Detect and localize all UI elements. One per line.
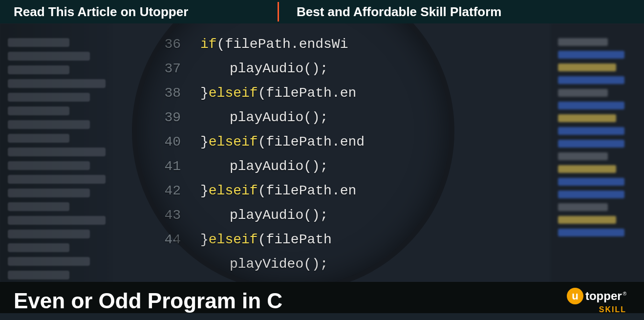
code-token: .: [332, 81, 340, 106]
code-token: (: [258, 130, 266, 154]
code-line: 38} else if(filePath.en: [147, 81, 365, 106]
code-token: playAudio: [230, 57, 303, 81]
line-number: 38: [147, 81, 181, 106]
code-token: fileP: [266, 277, 307, 282]
code-token: .: [291, 32, 299, 57]
code-token: filePath: [225, 32, 290, 57]
code-token: filePath: [266, 81, 331, 106]
code-token: }: [200, 277, 209, 282]
code-line: playVideo ();: [147, 252, 365, 277]
code-line: 41playAudio ();: [147, 154, 365, 179]
code-background: 36if(filePath.endsWi37playAudio ();38} e…: [0, 23, 644, 282]
code-token: end: [340, 130, 365, 154]
logo-r-mark: ®: [623, 291, 626, 297]
code-token: ();: [303, 57, 328, 81]
line-number: 42: [147, 179, 181, 203]
magnified-code: 36if(filePath.endsWi37playAudio ();38} e…: [147, 32, 365, 282]
code-token: }: [200, 228, 209, 252]
code-token: filePath: [266, 228, 331, 252]
line-number: 36: [147, 32, 181, 57]
code-token: ();: [303, 203, 328, 228]
code-token: else: [209, 277, 241, 282]
code-token: else: [209, 130, 241, 154]
code-token: }: [200, 179, 209, 203]
line-number: 44: [147, 228, 181, 252]
utopper-logo: u topper ® SKILL: [567, 288, 626, 314]
line-number: 41: [147, 154, 181, 179]
blurred-file-list: [0, 23, 112, 282]
code-token: .: [332, 179, 340, 203]
code-token: en: [340, 179, 357, 203]
main-title: Even or Odd Program in C: [14, 289, 567, 313]
code-token: (: [258, 81, 266, 106]
code-token: (: [258, 277, 266, 282]
code-token: (: [258, 179, 266, 203]
blurred-minimap: [551, 23, 644, 282]
code-token: playAudio: [230, 203, 303, 228]
code-token: playAudio: [230, 154, 303, 179]
line-number: 39: [147, 106, 181, 130]
top-right-text: Best and Affordable Skill Platform: [283, 4, 644, 20]
code-token: en: [340, 81, 357, 106]
line-number: [147, 252, 181, 277]
code-token: filePath: [266, 130, 331, 154]
code-token: ();: [303, 106, 328, 130]
logo-text: topper: [585, 289, 622, 303]
code-line: 40} else if(filePath.end: [147, 130, 365, 154]
code-line: 42} else if(filePath.en: [147, 179, 365, 203]
code-token: if: [241, 228, 258, 252]
code-line: 43playAudio ();: [147, 203, 365, 228]
code-token: else: [209, 228, 241, 252]
code-token: else: [209, 179, 241, 203]
line-number: 37: [147, 57, 181, 81]
code-line: 36if(filePath.endsWi: [147, 32, 365, 57]
code-token: if: [241, 130, 258, 154]
code-token: playAudio: [230, 106, 303, 130]
code-token: ();: [303, 252, 328, 277]
code-token: .: [332, 130, 340, 154]
code-token: if: [200, 32, 217, 57]
code-token: (: [258, 228, 266, 252]
code-token: else: [209, 81, 241, 106]
code-line: } else if(fileP: [147, 277, 365, 282]
line-number: 43: [147, 203, 181, 228]
logo-u-icon: u: [567, 288, 583, 304]
line-number: [147, 277, 181, 282]
code-token: }: [200, 81, 209, 106]
top-left-text: Read This Article on Utopper: [0, 4, 274, 20]
top-banner: Read This Article on Utopper Best and Af…: [0, 0, 644, 23]
code-token: }: [200, 130, 209, 154]
code-token: (: [217, 32, 225, 57]
code-token: if: [241, 179, 258, 203]
code-token: playVideo: [230, 252, 303, 277]
bottom-strip: [0, 313, 644, 320]
line-number: 40: [147, 130, 181, 154]
code-token: ();: [303, 154, 328, 179]
code-line: 39playAudio ();: [147, 106, 365, 130]
code-token: filePath: [266, 179, 331, 203]
code-token: if: [241, 81, 258, 106]
vertical-divider: [278, 2, 279, 21]
code-token: endsWi: [299, 32, 348, 57]
code-line: 37playAudio ();: [147, 57, 365, 81]
code-line: 44} else if(filePath: [147, 228, 365, 252]
code-token: if: [241, 277, 258, 282]
